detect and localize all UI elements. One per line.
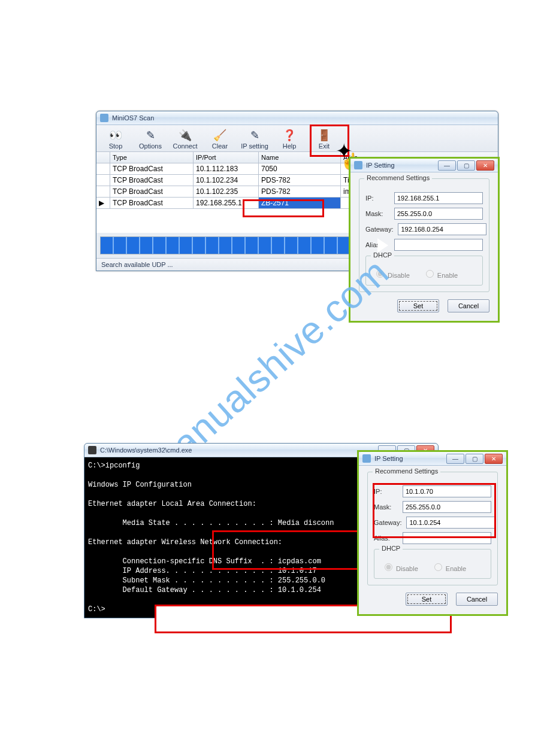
dhcp-enable[interactable]: Enable — [431, 561, 466, 572]
dialog-buttons: Set Cancel — [367, 593, 498, 606]
ipsetting-icon: ✎ — [246, 128, 263, 142]
clear-icon: 🧹 — [211, 128, 228, 142]
col-type[interactable]: Type — [110, 152, 194, 163]
minios-titlebar: MiniOS7 Scan — [96, 111, 498, 125]
maximize-button[interactable]: ▢ — [466, 454, 483, 464]
dialog-icon — [362, 454, 371, 463]
ipsetting-dialog-bottom: IP Setting — ▢ ✕ Recommend Settings IP: … — [357, 450, 508, 616]
tb-clear-label: Clear — [212, 142, 228, 150]
cell-type: TCP BroadCast — [110, 198, 194, 208]
minios-title: MiniOS7 Scan — [112, 114, 154, 122]
dhcp-title: DHCP — [379, 545, 403, 552]
dhcp-options: Disable Enable — [372, 266, 476, 279]
input-alias[interactable] — [394, 239, 483, 251]
tb-stop-label: Stop — [109, 142, 123, 150]
tb-help[interactable]: ❓ Help — [274, 127, 305, 151]
minimize-button[interactable]: — — [438, 160, 456, 171]
cancel-button[interactable]: Cancel — [448, 299, 489, 312]
ipset1-titlebar: IP Setting — ▢ ✕ — [350, 159, 498, 172]
col-indicator — [96, 152, 110, 163]
options-icon: ✎ — [142, 128, 159, 142]
minios-toolbar: 👀 Stop ✎ Options 🔌 Connect 🧹 Clear ✎ IP … — [96, 125, 498, 152]
highlight-selected-name — [243, 199, 324, 217]
tb-connect-label: Connect — [173, 142, 198, 150]
ipset2-body: Recommend Settings IP: Mask: Gateway: Al… — [359, 466, 506, 614]
cell-ip: 10.1.102.234 — [194, 175, 259, 186]
cell-name: 7050 — [259, 163, 341, 174]
dhcp-options: Disable Enable — [380, 559, 485, 572]
row-mask: Mask: — [365, 208, 483, 220]
maximize-button[interactable]: ▢ — [457, 160, 475, 171]
set-button[interactable]: Set — [397, 299, 439, 312]
dhcp-group: DHCP Disable Enable — [365, 256, 483, 286]
col-ip[interactable]: IP/Port — [194, 152, 259, 163]
row-indicator — [96, 175, 110, 186]
tb-ipsetting[interactable]: ✎ IP setting — [239, 127, 270, 151]
app-icon — [100, 114, 108, 122]
tb-help-label: Help — [283, 142, 297, 150]
dhcp-disable[interactable]: Disable — [373, 268, 410, 279]
dhcp-disable-label: Disable — [388, 272, 410, 279]
row-ip: IP: — [365, 192, 483, 204]
dhcp-disable[interactable]: Disable — [382, 561, 418, 572]
cell-ip: 10.1.102.235 — [194, 186, 259, 197]
input-mask[interactable] — [394, 208, 483, 220]
cmd-title: C:\Windows\system32\cmd.exe — [100, 447, 192, 454]
row-gw: Gateway: — [365, 223, 483, 235]
dhcp-disable-label: Disable — [396, 565, 418, 572]
label-mask: Mask: — [365, 210, 389, 217]
connect-icon: 🔌 — [177, 128, 194, 142]
recommend-group: Recommend Settings IP: Mask: Gateway: Al… — [359, 178, 489, 292]
cell-name: PDS-782 — [259, 175, 341, 186]
ipsetting-dialog-top: IP Setting — ▢ ✕ Recommend Settings IP: … — [349, 157, 500, 323]
window-controls: — ▢ ✕ — [446, 454, 503, 464]
cancel-button[interactable]: Cancel — [456, 593, 498, 606]
status-text: Search available UDP ... — [101, 261, 173, 268]
minimize-button[interactable]: — — [446, 454, 464, 464]
dhcp-group: DHCP Disable Enable — [374, 549, 491, 579]
tb-clear[interactable]: 🧹 Clear — [204, 127, 235, 151]
ipset1-body: Recommend Settings IP: Mask: Gateway: Al… — [350, 172, 498, 321]
ipset2-titlebar: IP Setting — ▢ ✕ — [359, 452, 506, 466]
cell-type: TCP BroadCast — [110, 175, 194, 186]
window-controls: — ▢ ✕ — [438, 160, 494, 171]
row-indicator — [96, 186, 110, 197]
cell-ip: 10.1.112.183 — [194, 163, 259, 174]
tb-options[interactable]: ✎ Options — [135, 127, 166, 151]
recommend-group: Recommend Settings IP: Mask: Gateway: Al… — [367, 472, 498, 585]
row-indicator — [96, 163, 110, 174]
dhcp-enable-label: Enable — [446, 565, 466, 572]
input-gateway[interactable] — [398, 223, 486, 235]
input-ip[interactable] — [394, 192, 483, 204]
binoculars-icon: 👀 — [107, 128, 124, 142]
cell-type: TCP BroadCast — [110, 186, 194, 197]
cmd-icon — [88, 446, 96, 454]
label-ip: IP: — [365, 195, 389, 202]
dhcp-enable[interactable]: Enable — [423, 268, 458, 279]
close-button[interactable]: ✕ — [485, 454, 503, 464]
tb-options-label: Options — [139, 142, 162, 150]
ipset2-title: IP Setting — [374, 455, 403, 462]
label-gateway: Gateway: — [365, 226, 393, 233]
tb-stop[interactable]: 👀 Stop — [100, 127, 131, 151]
ipset1-title: IP Setting — [366, 162, 395, 169]
close-button[interactable]: ✕ — [476, 160, 494, 171]
dialog-icon — [354, 161, 362, 169]
dialog-buttons: Set Cancel — [359, 299, 489, 312]
cell-name: PDS-782 — [259, 186, 341, 197]
help-icon: ❓ — [281, 128, 298, 142]
group-title: Recommend Settings — [364, 174, 432, 181]
cell-type: TCP BroadCast — [110, 163, 194, 174]
tb-connect[interactable]: 🔌 Connect — [170, 127, 201, 151]
dhcp-enable-label: Enable — [437, 272, 458, 279]
highlight-ipfields — [373, 483, 496, 538]
tb-ipsetting-label: IP setting — [241, 142, 268, 150]
set-button[interactable]: Set — [406, 593, 448, 606]
row-indicator: ▶ — [96, 198, 110, 208]
group-title: Recommend Settings — [373, 467, 440, 475]
